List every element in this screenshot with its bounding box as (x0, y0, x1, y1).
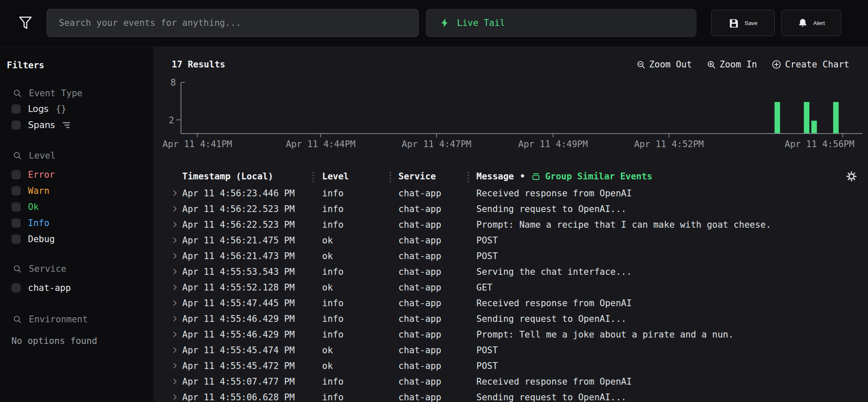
row-service: chat-app (398, 282, 467, 293)
live-tail-button[interactable]: Live Tail (426, 9, 696, 37)
environment-search (13, 313, 153, 325)
zoom-out-icon (636, 60, 646, 70)
expand-chevron-icon[interactable] (167, 377, 182, 385)
table-settings-button[interactable] (834, 171, 868, 182)
row-timestamp: Apr 11 4:56:23.446 PM (182, 188, 312, 198)
column-separator[interactable] (312, 171, 314, 182)
row-timestamp: Apr 11 4:55:45.474 PM (182, 345, 312, 355)
checkbox-ok[interactable] (11, 202, 21, 212)
row-service: chat-app (398, 204, 467, 214)
facet-item-error[interactable]: Error (11, 169, 153, 180)
table-row[interactable]: Apr 11 4:56:21.473 PM ok chat-app POST (167, 248, 868, 264)
column-separator[interactable] (389, 171, 391, 182)
facet-item-info[interactable]: Info (11, 218, 153, 229)
svg-text:Apr 11 4:44PM: Apr 11 4:44PM (286, 139, 355, 149)
group-similar-events-link[interactable]: Group Similar Events (531, 171, 652, 181)
facet-item-spans[interactable]: Spans (11, 120, 153, 131)
facet-label-ok: Ok (28, 201, 39, 212)
table-row[interactable]: Apr 11 4:55:52.128 PM ok chat-app GET (167, 279, 868, 295)
row-service: chat-app (398, 329, 467, 340)
row-level: ok (322, 345, 389, 355)
expand-chevron-icon[interactable] (167, 189, 182, 197)
row-service: chat-app (398, 361, 467, 371)
expand-chevron-icon[interactable] (167, 236, 182, 244)
table-row[interactable]: Apr 11 4:55:46.429 PM info chat-app Prom… (167, 327, 868, 342)
row-message: Sending request to OpenAI... (476, 204, 834, 214)
facet-label-error: Error (28, 169, 55, 180)
col-header-service[interactable]: Service (398, 171, 467, 181)
table-row[interactable]: Apr 11 4:55:45.474 PM ok chat-app POST (167, 342, 868, 358)
zoom-out-label: Zoom Out (649, 59, 692, 70)
environment-search-input[interactable] (28, 314, 123, 325)
event-type-search (13, 87, 153, 99)
svg-text:Apr 11 4:56PM: Apr 11 4:56PM (785, 139, 854, 149)
row-timestamp: Apr 11 4:55:45.472 PM (182, 361, 312, 371)
level-search-input[interactable] (28, 150, 123, 161)
save-icon (729, 18, 739, 28)
checkbox-debug[interactable] (11, 234, 21, 244)
search-icon (13, 264, 22, 274)
expand-chevron-icon[interactable] (167, 362, 182, 370)
zoom-in-button[interactable]: Zoom In (707, 59, 757, 70)
expand-chevron-icon[interactable] (167, 221, 182, 229)
service-search-input[interactable] (28, 263, 123, 274)
create-chart-button[interactable]: Create Chart (771, 59, 849, 70)
table-row[interactable]: Apr 11 4:55:06.628 PM info chat-app Send… (167, 389, 868, 402)
facet-item-chat-app[interactable]: chat-app (11, 282, 153, 293)
column-separator[interactable] (467, 171, 469, 182)
col-header-timestamp[interactable]: Timestamp (Local) (182, 171, 312, 181)
alert-button[interactable]: Alert (781, 10, 841, 36)
expand-chevron-icon[interactable] (167, 315, 182, 323)
event-type-search-input[interactable] (28, 88, 123, 99)
expand-chevron-icon[interactable] (167, 268, 182, 276)
col-header-level[interactable]: Level (322, 171, 389, 181)
table-row[interactable]: Apr 11 4:55:53.543 PM info chat-app Serv… (167, 264, 868, 279)
table-row[interactable]: Apr 11 4:55:45.472 PM ok chat-app POST (167, 358, 868, 374)
table-row[interactable]: Apr 11 4:56:22.523 PM info chat-app Prom… (167, 217, 868, 232)
facet-item-logs[interactable]: Logs {} (11, 103, 153, 114)
row-level: ok (322, 282, 389, 293)
checkbox-chat-app[interactable] (11, 283, 21, 293)
svg-text:Apr 11 4:47PM: Apr 11 4:47PM (402, 139, 471, 149)
row-message: POST (476, 235, 834, 246)
row-level: info (322, 220, 389, 230)
row-level: info (322, 298, 389, 308)
expand-chevron-icon[interactable] (167, 346, 182, 354)
expand-chevron-icon[interactable] (167, 393, 182, 401)
checkbox-spans[interactable] (11, 120, 21, 130)
expand-chevron-icon[interactable] (167, 283, 182, 291)
app-root: Live Tail Save Alert Filters Lo (0, 0, 868, 402)
expand-chevron-icon[interactable] (167, 205, 182, 213)
bell-icon (798, 18, 808, 28)
create-chart-icon (771, 59, 782, 70)
table-row[interactable]: Apr 11 4:55:46.429 PM info chat-app Send… (167, 311, 868, 327)
table-row[interactable]: Apr 11 4:56:21.475 PM ok chat-app POST (167, 232, 868, 248)
facet-item-debug[interactable]: Debug (11, 234, 153, 245)
zoom-out-button[interactable]: Zoom Out (636, 59, 692, 70)
table-row[interactable]: Apr 11 4:55:47.445 PM info chat-app Rece… (167, 295, 868, 311)
row-level: info (322, 267, 389, 277)
facet-label-logs: Logs (28, 103, 48, 114)
col-header-message[interactable]: Message (476, 171, 514, 181)
checkbox-info[interactable] (11, 218, 21, 228)
events-histogram-chart[interactable]: 82Apr 11 4:41PMApr 11 4:44PMApr 11 4:47P… (154, 74, 868, 155)
table-row[interactable]: Apr 11 4:56:22.523 PM info chat-app Send… (167, 201, 868, 217)
row-timestamp: Apr 11 4:55:53.543 PM (182, 267, 312, 277)
expand-chevron-icon[interactable] (167, 252, 182, 260)
table-row[interactable]: Apr 11 4:56:23.446 PM info chat-app Rece… (167, 185, 868, 201)
facet-item-ok[interactable]: Ok (11, 201, 153, 212)
gear-icon (846, 171, 857, 182)
facet-item-warn[interactable]: Warn (11, 185, 153, 196)
filter-funnel-button[interactable] (15, 11, 36, 35)
save-button[interactable]: Save (711, 10, 775, 36)
expand-chevron-icon[interactable] (167, 299, 182, 307)
row-message: Received response from OpenAI (476, 377, 834, 387)
table-row[interactable]: Apr 11 4:55:07.477 PM info chat-app Rece… (167, 374, 868, 389)
checkbox-warn[interactable] (11, 186, 21, 195)
checkbox-error[interactable] (11, 170, 21, 179)
row-service: chat-app (398, 251, 467, 261)
expand-chevron-icon[interactable] (167, 330, 182, 338)
checkbox-logs[interactable] (11, 104, 21, 114)
search-input[interactable] (58, 17, 407, 28)
table-header: Timestamp (Local) Level Service Message … (167, 168, 868, 185)
